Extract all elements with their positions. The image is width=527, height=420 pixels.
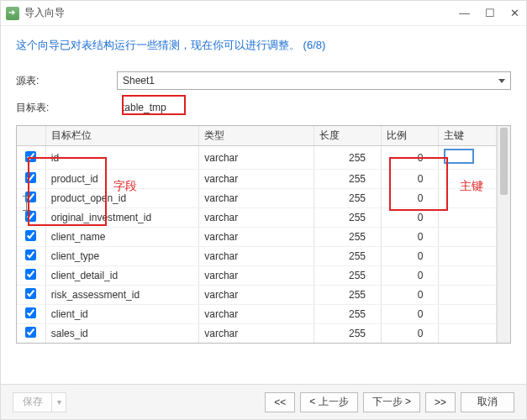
dialog-footer: 保存 ▾ << < 上一步 下一步 > >> 取消 [1, 384, 526, 419]
cell-primary-key[interactable] [439, 189, 497, 208]
row-checkbox[interactable] [25, 288, 36, 299]
header-key[interactable]: 主键 [439, 126, 497, 146]
table-row[interactable]: product_idvarchar2550 [17, 170, 497, 189]
table-row[interactable]: sales_idvarchar2550 [17, 324, 497, 344]
cell-scale[interactable]: 0 [382, 247, 439, 266]
table-row[interactable]: risk_assessment_idvarchar2550 [17, 286, 497, 305]
row-checkbox[interactable] [25, 249, 36, 260]
cell-length[interactable]: 255 [314, 247, 382, 266]
cell-field[interactable]: id [45, 146, 199, 170]
cell-scale[interactable]: 0 [382, 146, 439, 170]
source-value: Sheet1 [123, 75, 155, 87]
grid-scrollbar[interactable] [497, 126, 510, 343]
row-checkbox[interactable] [25, 269, 36, 280]
cell-field[interactable]: client_id [45, 305, 199, 324]
chevron-down-icon: ▾ [57, 397, 61, 407]
cell-length[interactable]: 255 [314, 228, 382, 247]
source-select[interactable]: Sheet1 [117, 71, 511, 90]
cell-primary-key[interactable] [439, 324, 497, 344]
source-label: 源表: [16, 74, 117, 88]
cell-type[interactable]: varchar [199, 247, 314, 266]
window-title: 导入向导 [24, 6, 459, 20]
window-controls: — ☐ ✕ [459, 7, 519, 19]
cell-type[interactable]: varchar [199, 228, 314, 247]
cell-type[interactable]: varchar [199, 305, 314, 324]
table-row[interactable]: client_typevarchar2550 [17, 247, 497, 266]
cell-scale[interactable]: 0 [382, 324, 439, 344]
cell-primary-key[interactable] [439, 170, 497, 189]
header-len[interactable]: 长度 [314, 126, 382, 146]
row-checkbox[interactable] [25, 307, 36, 318]
instruction-text: 这个向导已对表结构运行一些猜测，现在你可以进行调整。 (6/8) [16, 38, 511, 53]
header-field[interactable]: 目标栏位 [45, 126, 199, 146]
cell-type[interactable]: varchar [199, 286, 314, 305]
cell-scale[interactable]: 0 [382, 305, 439, 324]
save-button[interactable]: 保存 [13, 392, 51, 412]
cell-length[interactable]: 255 [314, 170, 382, 189]
next-button[interactable]: 下一步 > [363, 392, 420, 412]
cell-type[interactable]: varchar [199, 189, 314, 208]
first-button[interactable]: << [265, 392, 295, 412]
cell-length[interactable]: 255 [314, 208, 382, 228]
table-row[interactable]: idvarchar2550 [17, 146, 497, 170]
row-checkbox[interactable] [25, 327, 36, 338]
cell-length[interactable]: 255 [314, 146, 382, 170]
row-checkbox[interactable] [25, 230, 36, 241]
cell-length[interactable]: 255 [314, 266, 382, 286]
save-dropdown[interactable]: ▾ [51, 392, 66, 412]
table-row[interactable]: client_idvarchar2550 [17, 305, 497, 324]
cell-field[interactable]: client_name [45, 228, 199, 247]
cell-type[interactable]: varchar [199, 170, 314, 189]
cell-type[interactable]: varchar [199, 146, 314, 170]
cell-field[interactable]: product_open_id [45, 189, 199, 208]
cell-scale[interactable]: 0 [382, 170, 439, 189]
cell-type[interactable]: varchar [199, 208, 314, 228]
cell-field[interactable]: client_detail_id [45, 266, 199, 286]
row-checkbox[interactable] [25, 151, 36, 162]
dialog-body: 这个向导已对表结构运行一些猜测，现在你可以进行调整。 (6/8) 源表: She… [1, 26, 526, 344]
cell-field[interactable]: client_type [45, 247, 199, 266]
table-row[interactable]: client_detail_idvarchar2550 [17, 266, 497, 286]
header-sel[interactable] [17, 126, 45, 146]
close-icon[interactable]: ✕ [510, 7, 519, 19]
cell-primary-key[interactable] [439, 228, 497, 247]
cell-length[interactable]: 255 [314, 189, 382, 208]
text-cursor-icon [23, 196, 31, 211]
cell-scale[interactable]: 0 [382, 189, 439, 208]
cell-scale[interactable]: 0 [382, 228, 439, 247]
cell-scale[interactable]: 0 [382, 266, 439, 286]
target-value: table_tmp [117, 102, 166, 113]
cell-primary-key[interactable] [439, 286, 497, 305]
cancel-button[interactable]: 取消 [461, 392, 514, 412]
cell-primary-key[interactable] [439, 247, 497, 266]
cell-scale[interactable]: 0 [382, 208, 439, 228]
table-row[interactable]: original_investment_idvarchar2550 [17, 208, 497, 228]
columns-grid: 目标栏位 类型 长度 比例 主键 idvarchar2550product_id… [16, 125, 511, 344]
cell-primary-key[interactable] [439, 146, 497, 170]
header-scale[interactable]: 比例 [382, 126, 439, 146]
cell-field[interactable]: sales_id [45, 324, 199, 344]
prev-button[interactable]: < 上一步 [300, 392, 357, 412]
header-type[interactable]: 类型 [199, 126, 314, 146]
cell-length[interactable]: 255 [314, 305, 382, 324]
row-checkbox[interactable] [25, 172, 36, 183]
minimize-icon[interactable]: — [459, 7, 470, 19]
target-label: 目标表: [16, 101, 117, 115]
cell-field[interactable]: product_id [45, 170, 199, 189]
cell-field[interactable]: risk_assessment_id [45, 286, 199, 305]
maximize-icon[interactable]: ☐ [485, 7, 495, 19]
cell-length[interactable]: 255 [314, 324, 382, 344]
table-row[interactable]: product_open_idvarchar2550 [17, 189, 497, 208]
cell-primary-key[interactable] [439, 208, 497, 228]
cell-type[interactable]: varchar [199, 324, 314, 344]
table-row[interactable]: client_namevarchar2550 [17, 228, 497, 247]
cell-primary-key[interactable] [439, 305, 497, 324]
cell-scale[interactable]: 0 [382, 286, 439, 305]
cell-field[interactable]: original_investment_id [45, 208, 199, 228]
cell-type[interactable]: varchar [199, 266, 314, 286]
cell-length[interactable]: 255 [314, 286, 382, 305]
last-button[interactable]: >> [425, 392, 456, 412]
key-edit-cell[interactable] [444, 149, 474, 164]
cell-primary-key[interactable] [439, 266, 497, 286]
row-checkbox[interactable] [25, 211, 36, 222]
